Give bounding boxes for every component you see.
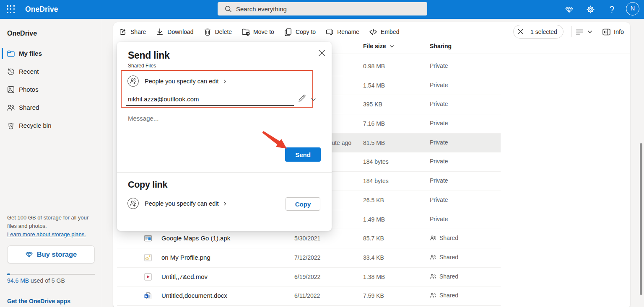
edit-pencil-icon[interactable] — [298, 94, 306, 103]
usage-rest: used of 5 GB — [29, 277, 65, 284]
buy-storage-button[interactable]: Buy storage — [7, 245, 95, 263]
sidebar-nav: My filesRecentPhotosSharedRecycle bin — [0, 44, 102, 134]
sidebar-item-label: Photos — [19, 86, 39, 93]
file-sharing: Shared — [430, 272, 458, 281]
app-header: OneDrive N — [0, 0, 644, 19]
account-avatar[interactable]: N — [626, 2, 639, 15]
info-pane-icon — [602, 28, 611, 36]
delete-button[interactable]: Delete — [200, 28, 232, 36]
sidebar-item-my-files[interactable]: My files — [0, 44, 102, 62]
chevron-right-icon — [223, 201, 227, 206]
person-add-icon — [127, 198, 139, 209]
usage-amount: 94.6 MB — [7, 277, 29, 284]
file-size: 1.54 MB — [363, 82, 385, 89]
copy-to-button[interactable]: Copy to — [280, 28, 316, 36]
get-onedrive-apps-link[interactable]: Get the OneDrive apps — [7, 298, 70, 304]
sidebar-item-photos[interactable]: Photos — [0, 80, 102, 98]
file-row[interactable]: Untitled,document.docx6/11/20227.59 KBSh… — [117, 286, 501, 306]
recipient-email[interactable]: nikhil.azza@outllook.com — [128, 95, 199, 103]
rename-button[interactable]: Rename — [322, 28, 359, 36]
toolbar-action-label: Share — [130, 28, 146, 35]
file-size: 0.98 MB — [363, 63, 385, 70]
help-icon[interactable] — [608, 5, 616, 14]
copy-button[interactable]: Copy — [286, 197, 320, 211]
selection-count-label: 1 selected — [530, 28, 557, 35]
storage-usage-text: 94.6 MB used of 5 GB — [7, 277, 65, 284]
info-button[interactable]: Info — [602, 26, 624, 38]
move-to-button[interactable]: Move to — [238, 28, 274, 36]
view-options-button[interactable] — [575, 26, 596, 38]
file-row[interactable]: on My Profile.png7/12/202233.4 KBShared — [117, 248, 501, 268]
sort-chevron-icon — [390, 44, 394, 49]
info-label: Info — [614, 28, 624, 35]
column-header-sharing[interactable]: Sharing — [430, 43, 452, 49]
file-sharing: Private — [430, 119, 448, 127]
storage-quota-used — [7, 273, 10, 275]
copy-permission-label: People you specify can edit — [145, 200, 219, 207]
sharing-header-label: Sharing — [430, 43, 452, 49]
shared-people-icon — [430, 273, 436, 280]
file-sharing: Shared — [430, 291, 458, 299]
selection-count-pill[interactable]: 1 selected — [513, 25, 564, 39]
move-to-icon — [242, 28, 250, 36]
share-button[interactable]: Share — [115, 28, 146, 36]
delete-icon — [203, 28, 212, 36]
file-size: 184 bytes — [363, 158, 389, 165]
apk-file-icon — [144, 234, 152, 243]
send-link-dialog: Send link Shared Files People you specif… — [117, 42, 332, 231]
toolbar-divider — [571, 26, 571, 37]
file-sharing: Private — [430, 81, 448, 89]
storage-plans-link[interactable]: Learn more about storage plans. — [7, 231, 86, 237]
vertical-scrollbar[interactable] — [640, 143, 642, 295]
download-icon — [156, 28, 164, 36]
file-row[interactable]: Google Maps Go (1).apk5/30/202185.7 KBSh… — [117, 229, 501, 248]
sidebar-title: OneDrive — [7, 30, 37, 37]
dialog-title: Send link — [128, 50, 170, 61]
image-icon — [7, 85, 15, 94]
app-launcher-waffle-icon[interactable] — [7, 5, 16, 14]
image-file-icon — [144, 253, 152, 262]
folder-icon — [7, 49, 15, 58]
person-add-icon — [127, 75, 139, 87]
command-toolbar: ShareDownloadDeleteMove toCopy toRenameE… — [115, 22, 405, 41]
chevron-right-icon — [223, 79, 227, 84]
search-input[interactable] — [236, 2, 421, 15]
settings-gear-icon[interactable] — [586, 5, 595, 14]
shared-people-icon — [430, 254, 436, 261]
dismiss-selection-icon — [517, 28, 524, 35]
link-permission-row[interactable]: People you specify can edit — [127, 75, 227, 87]
column-header-file-size[interactable]: File size — [363, 43, 394, 49]
avatar-initial: N — [631, 5, 635, 12]
toolbar-action-label: Copy to — [296, 28, 316, 35]
file-name: Untitl,,7&ed.mov — [161, 273, 208, 280]
copy-link-title: Copy link — [128, 180, 167, 190]
file-sharing: Private — [430, 176, 448, 185]
selected-indicator — [2, 48, 3, 59]
dialog-close-button[interactable] — [318, 49, 327, 59]
file-size: 7.16 MB — [363, 120, 385, 127]
sidebar-item-recycle-bin[interactable]: Recycle bin — [0, 116, 102, 134]
file-size: 1.38 MB — [363, 273, 385, 280]
toolbar-action-label: Rename — [337, 28, 359, 35]
file-sharing: Private — [430, 62, 448, 70]
sidebar-item-recent[interactable]: Recent — [0, 62, 102, 80]
chevron-down-icon — [587, 29, 592, 34]
search-box[interactable] — [218, 2, 427, 15]
copy-permission-row[interactable]: People you specify can edit — [127, 198, 227, 209]
file-sharing: Private — [430, 196, 448, 204]
file-row[interactable]: Untitl,,7&ed.mov6/19/20221.38 MBShared — [117, 268, 501, 287]
sidebar-item-label: My files — [19, 50, 42, 57]
sidebar-item-label: Recent — [19, 68, 39, 75]
app-title: OneDrive — [25, 0, 58, 19]
dialog-subtitle: Shared Files — [128, 63, 156, 69]
permission-label: People you specify can edit — [145, 78, 219, 85]
premium-diamond-icon[interactable] — [565, 5, 574, 14]
message-placeholder[interactable]: Message... — [128, 115, 158, 122]
download-button[interactable]: Download — [152, 28, 193, 36]
file-size: 395 KB — [363, 101, 382, 108]
recycle-bin-icon — [7, 121, 15, 130]
recipient-dropdown-chevron-icon[interactable] — [311, 97, 316, 102]
shared-people-icon — [430, 235, 436, 241]
sidebar-item-shared[interactable]: Shared — [0, 98, 102, 116]
embed-button[interactable]: Embed — [366, 28, 399, 36]
